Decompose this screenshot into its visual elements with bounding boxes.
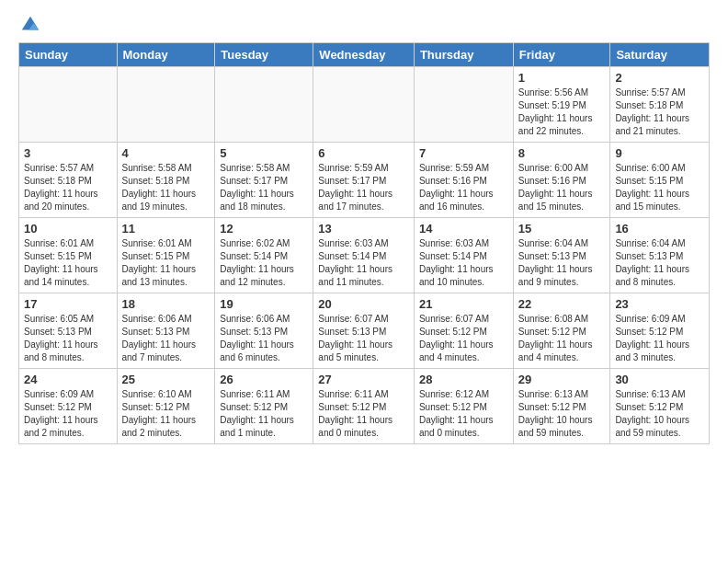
day-cell: 16Sunrise: 6:04 AM Sunset: 5:13 PM Dayli…	[610, 218, 710, 293]
day-number: 20	[318, 297, 409, 311]
day-number: 13	[318, 222, 409, 236]
day-info: Sunrise: 6:13 AM Sunset: 5:12 PM Dayligh…	[518, 388, 606, 440]
day-info: Sunrise: 5:59 AM Sunset: 5:17 PM Dayligh…	[318, 162, 409, 213]
day-cell	[414, 67, 513, 143]
day-info: Sunrise: 6:11 AM Sunset: 5:12 PM Dayligh…	[220, 388, 308, 440]
day-cell: 22Sunrise: 6:08 AM Sunset: 5:12 PM Dayli…	[513, 293, 610, 369]
day-info: Sunrise: 6:01 AM Sunset: 5:15 PM Dayligh…	[122, 237, 210, 289]
day-number: 1	[518, 71, 606, 85]
day-cell: 23Sunrise: 6:09 AM Sunset: 5:12 PM Dayli…	[610, 293, 710, 369]
day-number: 10	[24, 222, 112, 236]
day-info: Sunrise: 6:11 AM Sunset: 5:12 PM Dayligh…	[318, 388, 409, 440]
day-info: Sunrise: 6:06 AM Sunset: 5:13 PM Dayligh…	[122, 313, 210, 364]
day-cell: 3Sunrise: 5:57 AM Sunset: 5:18 PM Daylig…	[19, 143, 118, 218]
col-header-monday: Monday	[117, 43, 215, 67]
day-info: Sunrise: 5:58 AM Sunset: 5:17 PM Dayligh…	[220, 162, 308, 213]
day-cell	[117, 67, 215, 143]
day-cell: 26Sunrise: 6:11 AM Sunset: 5:12 PM Dayli…	[215, 369, 313, 444]
day-info: Sunrise: 6:08 AM Sunset: 5:12 PM Dayligh…	[518, 313, 606, 364]
day-info: Sunrise: 6:04 AM Sunset: 5:13 PM Dayligh…	[615, 237, 704, 289]
day-info: Sunrise: 6:07 AM Sunset: 5:12 PM Dayligh…	[419, 313, 508, 364]
week-row-3: 10Sunrise: 6:01 AM Sunset: 5:15 PM Dayli…	[19, 218, 710, 293]
day-cell: 1Sunrise: 5:56 AM Sunset: 5:19 PM Daylig…	[513, 67, 610, 143]
day-cell: 30Sunrise: 6:13 AM Sunset: 5:12 PM Dayli…	[610, 369, 710, 444]
day-info: Sunrise: 5:56 AM Sunset: 5:19 PM Dayligh…	[518, 86, 606, 138]
day-number: 11	[122, 222, 210, 236]
day-number: 17	[24, 297, 112, 311]
logo-icon	[20, 15, 40, 35]
day-number: 3	[24, 146, 112, 160]
day-cell: 20Sunrise: 6:07 AM Sunset: 5:13 PM Dayli…	[313, 293, 415, 369]
day-number: 28	[419, 373, 508, 386]
col-header-saturday: Saturday	[610, 43, 710, 67]
day-info: Sunrise: 6:00 AM Sunset: 5:16 PM Dayligh…	[518, 162, 606, 213]
day-info: Sunrise: 6:09 AM Sunset: 5:12 PM Dayligh…	[615, 313, 704, 364]
day-cell: 12Sunrise: 6:02 AM Sunset: 5:14 PM Dayli…	[215, 218, 313, 293]
day-cell: 25Sunrise: 6:10 AM Sunset: 5:12 PM Dayli…	[117, 369, 215, 444]
day-info: Sunrise: 6:05 AM Sunset: 5:13 PM Dayligh…	[24, 313, 112, 364]
day-info: Sunrise: 6:03 AM Sunset: 5:14 PM Dayligh…	[419, 237, 508, 289]
day-number: 2	[615, 71, 704, 85]
day-number: 22	[518, 297, 606, 311]
day-number: 19	[220, 297, 308, 311]
week-row-2: 3Sunrise: 5:57 AM Sunset: 5:18 PM Daylig…	[19, 143, 710, 218]
day-cell: 13Sunrise: 6:03 AM Sunset: 5:14 PM Dayli…	[313, 218, 415, 293]
logo	[18, 15, 40, 35]
day-cell: 17Sunrise: 6:05 AM Sunset: 5:13 PM Dayli…	[19, 293, 118, 369]
day-info: Sunrise: 5:58 AM Sunset: 5:18 PM Dayligh…	[122, 162, 210, 213]
week-row-4: 17Sunrise: 6:05 AM Sunset: 5:13 PM Dayli…	[19, 293, 710, 369]
day-number: 16	[615, 222, 704, 236]
col-header-tuesday: Tuesday	[215, 43, 313, 67]
day-cell: 27Sunrise: 6:11 AM Sunset: 5:12 PM Dayli…	[313, 369, 415, 444]
day-info: Sunrise: 6:00 AM Sunset: 5:15 PM Dayligh…	[615, 162, 704, 213]
day-info: Sunrise: 6:07 AM Sunset: 5:13 PM Dayligh…	[318, 313, 409, 364]
day-cell: 4Sunrise: 5:58 AM Sunset: 5:18 PM Daylig…	[117, 143, 215, 218]
day-cell	[19, 67, 118, 143]
day-info: Sunrise: 5:59 AM Sunset: 5:16 PM Dayligh…	[419, 162, 508, 213]
col-header-wednesday: Wednesday	[313, 43, 415, 67]
day-number: 12	[220, 222, 308, 236]
week-row-1: 1Sunrise: 5:56 AM Sunset: 5:19 PM Daylig…	[19, 67, 710, 143]
page: SundayMondayTuesdayWednesdayThursdayFrid…	[0, 0, 728, 463]
day-number: 14	[419, 222, 508, 236]
day-number: 24	[24, 373, 112, 386]
day-cell: 7Sunrise: 5:59 AM Sunset: 5:16 PM Daylig…	[414, 143, 513, 218]
day-info: Sunrise: 6:04 AM Sunset: 5:13 PM Dayligh…	[518, 237, 606, 289]
day-cell: 5Sunrise: 5:58 AM Sunset: 5:17 PM Daylig…	[215, 143, 313, 218]
day-info: Sunrise: 6:02 AM Sunset: 5:14 PM Dayligh…	[220, 237, 308, 289]
day-number: 18	[122, 297, 210, 311]
day-number: 29	[518, 373, 606, 386]
day-number: 21	[419, 297, 508, 311]
day-number: 6	[318, 146, 409, 160]
day-cell: 24Sunrise: 6:09 AM Sunset: 5:12 PM Dayli…	[19, 369, 118, 444]
day-cell: 8Sunrise: 6:00 AM Sunset: 5:16 PM Daylig…	[513, 143, 610, 218]
day-info: Sunrise: 6:10 AM Sunset: 5:12 PM Dayligh…	[122, 388, 210, 440]
day-info: Sunrise: 6:03 AM Sunset: 5:14 PM Dayligh…	[318, 237, 409, 289]
week-row-5: 24Sunrise: 6:09 AM Sunset: 5:12 PM Dayli…	[19, 369, 710, 444]
day-cell: 18Sunrise: 6:06 AM Sunset: 5:13 PM Dayli…	[117, 293, 215, 369]
col-header-thursday: Thursday	[414, 43, 513, 67]
col-header-sunday: Sunday	[19, 43, 118, 67]
day-number: 5	[220, 146, 308, 160]
day-cell	[313, 67, 415, 143]
day-info: Sunrise: 6:09 AM Sunset: 5:12 PM Dayligh…	[24, 388, 112, 440]
day-number: 8	[518, 146, 606, 160]
col-header-friday: Friday	[513, 43, 610, 67]
day-number: 25	[122, 373, 210, 386]
day-cell	[215, 67, 313, 143]
day-info: Sunrise: 5:57 AM Sunset: 5:18 PM Dayligh…	[24, 162, 112, 213]
day-cell: 6Sunrise: 5:59 AM Sunset: 5:17 PM Daylig…	[313, 143, 415, 218]
day-cell: 28Sunrise: 6:12 AM Sunset: 5:12 PM Dayli…	[414, 369, 513, 444]
day-info: Sunrise: 5:57 AM Sunset: 5:18 PM Dayligh…	[615, 86, 704, 138]
day-cell: 14Sunrise: 6:03 AM Sunset: 5:14 PM Dayli…	[414, 218, 513, 293]
day-cell: 10Sunrise: 6:01 AM Sunset: 5:15 PM Dayli…	[19, 218, 118, 293]
day-cell: 21Sunrise: 6:07 AM Sunset: 5:12 PM Dayli…	[414, 293, 513, 369]
day-number: 26	[220, 373, 308, 386]
day-number: 23	[615, 297, 704, 311]
day-number: 7	[419, 146, 508, 160]
day-info: Sunrise: 6:01 AM Sunset: 5:15 PM Dayligh…	[24, 237, 112, 289]
day-cell: 2Sunrise: 5:57 AM Sunset: 5:18 PM Daylig…	[610, 67, 710, 143]
calendar-table: SundayMondayTuesdayWednesdayThursdayFrid…	[18, 42, 710, 444]
day-number: 15	[518, 222, 606, 236]
header	[18, 15, 710, 35]
